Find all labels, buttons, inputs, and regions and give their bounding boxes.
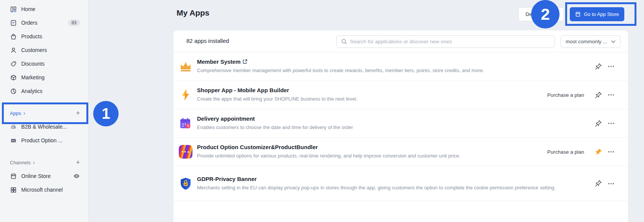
- product-option-customizer-app-icon: ● ■ ▲: [179, 145, 192, 159]
- storefront-icon: [10, 173, 17, 179]
- develop-apps-button[interactable]: Develop apps: [518, 7, 564, 21]
- installed-count: 82 apps installed: [186, 38, 229, 44]
- sidebar-item-label: Discounts: [21, 61, 44, 67]
- sidebar-item-label: Home: [21, 6, 35, 12]
- go-to-app-store-label: Go to App Store: [584, 11, 619, 17]
- products-icon: [10, 33, 17, 40]
- chevron-right-icon: ›: [33, 160, 35, 165]
- app-name: Product Option Customizer&ProductBundler: [197, 144, 318, 150]
- sidebar-item-label: Analytics: [21, 88, 42, 94]
- home-icon: [10, 6, 17, 13]
- sort-selected-value: most commonly ...: [566, 39, 607, 44]
- sidebar-item-marketing[interactable]: Marketing: [0, 71, 88, 84]
- app-name: Member System: [197, 58, 241, 65]
- sidebar-item-label: Products: [21, 33, 42, 39]
- search-input[interactable]: [350, 39, 542, 44]
- chevron-down-icon[interactable]: [546, 40, 550, 43]
- orders-icon: [10, 19, 17, 26]
- card-header: 82 apps installed most commonly ...: [174, 30, 628, 52]
- sidebar-item-label: Microsoft channel: [21, 187, 63, 193]
- app-text: GDPR-Privacy Banner Merchants selling in…: [197, 176, 584, 192]
- app-description: Provide unlimited options for various pr…: [197, 153, 538, 160]
- storefront-icon: [575, 11, 581, 17]
- app-description: Create the apps that will bring your SHO…: [197, 96, 538, 103]
- pin-button[interactable]: [593, 61, 603, 71]
- sidebar-item-b2b-wholesale[interactable]: B2B & Wholesale...: [0, 120, 88, 134]
- purchase-plan-link[interactable]: Purchase a plan: [547, 149, 584, 155]
- more-actions-button[interactable]: [606, 61, 616, 71]
- app-row-gdpr-privacy-banner[interactable]: GDPR-Privacy Banner Merchants selling in…: [174, 166, 628, 201]
- page-title: My Apps: [177, 8, 209, 17]
- customers-icon: [10, 47, 17, 54]
- sidebar-item-label: Product Option ...: [21, 137, 63, 143]
- sort-dropdown[interactable]: most commonly ...: [561, 35, 621, 48]
- sidebar-item-product-option[interactable]: Product Option ...: [0, 134, 88, 147]
- app-name: Delivery appointment: [197, 115, 255, 122]
- sidebar-item-products[interactable]: Products: [0, 30, 88, 43]
- visibility-eye-icon[interactable]: [73, 173, 80, 179]
- sidebar-item-analytics[interactable]: Analytics: [0, 84, 88, 98]
- app-row-member-system[interactable]: Member System Comprehensive member manag…: [174, 52, 628, 81]
- external-link-icon[interactable]: [242, 59, 247, 64]
- delivery-appointment-app-icon: [179, 117, 192, 130]
- pin-button[interactable]: [593, 118, 603, 128]
- sidebar-item-label: Customers: [21, 47, 47, 53]
- pin-button[interactable]: [593, 90, 603, 100]
- sidebar-item-online-store[interactable]: Online Store: [0, 169, 88, 183]
- app-name: Shopper App - Mobile App Builder: [197, 87, 289, 93]
- app-search-box[interactable]: [336, 35, 555, 48]
- go-to-app-store-button[interactable]: Go to App Store: [570, 7, 624, 21]
- apps-section-label: Apps: [10, 110, 21, 116]
- marketing-icon: [10, 74, 17, 81]
- app-text: Product Option Customizer&ProductBundler…: [197, 144, 538, 160]
- app-text: Shopper App - Mobile App Builder Create …: [197, 87, 538, 103]
- search-icon: [341, 39, 347, 44]
- orders-count-badge: 83: [68, 19, 80, 26]
- sidebar-item-microsoft-channel[interactable]: Microsoft channel: [0, 183, 88, 197]
- my-apps-card: 82 apps installed most commonly ... Memb…: [174, 30, 628, 222]
- app-name: GDPR-Privacy Banner: [197, 176, 257, 182]
- sidebar-item-customers[interactable]: Customers: [0, 43, 88, 57]
- product-option-app-icon: [10, 137, 17, 144]
- step1-badge: 1: [93, 101, 119, 126]
- more-actions-button[interactable]: [606, 90, 616, 100]
- add-app-button[interactable]: +: [76, 109, 80, 117]
- sidebar-item-label: Marketing: [21, 74, 44, 80]
- sidebar-item-label: Orders: [21, 20, 38, 26]
- app-row-product-option-customizer[interactable]: ● ■ ▲ Product Option Customizer&ProductB…: [174, 138, 628, 166]
- app-row-delivery-appointment[interactable]: Delivery appointment Enables customers t…: [174, 109, 628, 138]
- analytics-icon: [10, 88, 17, 94]
- sidebar-item-discounts[interactable]: Discounts: [0, 57, 88, 71]
- pin-button[interactable]: [593, 179, 603, 189]
- app-row-shopper-app[interactable]: Shopper App - Mobile App Builder Create …: [174, 81, 628, 109]
- app-description: Comprehensive member management with pow…: [197, 67, 584, 74]
- sidebar-item-orders[interactable]: Orders 83: [0, 16, 88, 30]
- sidebar-item-label: Online Store: [21, 173, 51, 179]
- app-text: Delivery appointment Enables customers t…: [197, 115, 584, 131]
- app-description: Enables customers to choose the date and…: [197, 124, 584, 131]
- more-actions-button[interactable]: [606, 118, 616, 128]
- b2b-app-icon: [10, 123, 17, 130]
- chevron-right-icon: ›: [23, 110, 25, 116]
- member-system-app-icon: [179, 60, 192, 73]
- pin-button-active[interactable]: [593, 147, 603, 157]
- discounts-icon: [10, 60, 17, 67]
- sidebar-section-apps[interactable]: Apps › +: [0, 106, 88, 120]
- sidebar-section-channels[interactable]: Channels › +: [0, 156, 88, 169]
- app-text: Member System Comprehensive member manag…: [197, 58, 584, 74]
- add-channel-button[interactable]: +: [76, 159, 80, 167]
- app-description: Merchants selling in the EU can display …: [197, 184, 584, 192]
- sidebar: Home Orders 83 Products Customers Discou…: [0, 0, 89, 222]
- sidebar-item-home[interactable]: Home: [0, 2, 88, 16]
- more-actions-button[interactable]: [606, 179, 616, 189]
- channels-section-label: Channels: [10, 160, 31, 165]
- gdpr-privacy-app-icon: [179, 177, 192, 191]
- shopper-app-icon: [179, 88, 192, 102]
- chevron-down-icon: [611, 40, 616, 43]
- purchase-plan-link[interactable]: Purchase a plan: [547, 92, 584, 98]
- sidebar-item-label: B2B & Wholesale...: [21, 124, 67, 130]
- more-actions-button[interactable]: [606, 147, 616, 157]
- microsoft-channel-icon: [10, 186, 17, 193]
